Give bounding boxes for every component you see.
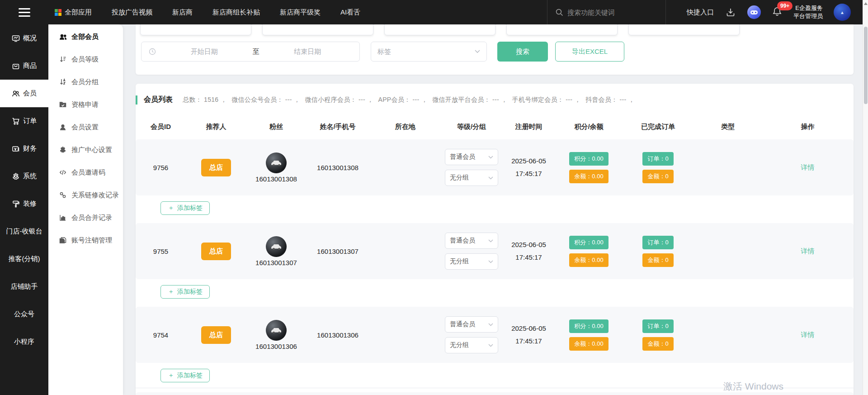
sidebar-item-7[interactable]: 门店-收银台	[0, 218, 48, 245]
stat-label: 抖音会员：	[585, 96, 618, 103]
quick-entry-button[interactable]: 快捷入口	[687, 8, 714, 17]
top-menu-item[interactable]: 新店商	[172, 8, 193, 17]
column-header-7: 积分/余额	[556, 123, 622, 131]
add-tag-button[interactable]: ＋ 添加标签	[160, 369, 210, 382]
search-button[interactable]: 搜索	[497, 42, 548, 62]
referrer-cell: 总店	[186, 326, 246, 344]
member-avatar	[266, 320, 287, 341]
submenu-item-label: 会员等级	[71, 55, 99, 64]
goods-icon	[12, 62, 20, 70]
add-tag-button[interactable]: ＋ 添加标签	[160, 285, 210, 299]
submenu-item-9[interactable]: 账号注销管理	[48, 229, 123, 252]
submenu-item-3[interactable]: 资格申请	[48, 93, 123, 116]
filter-input-1[interactable]	[140, 24, 251, 35]
notifications-button[interactable]: 99+	[772, 6, 783, 19]
top-menu-item[interactable]: AI看舌	[340, 8, 360, 17]
register-time: 2025-06-0517:45:17	[502, 323, 556, 347]
sidebar-item-3[interactable]: 订单	[0, 107, 48, 135]
referrer-badge: 总店	[201, 243, 231, 260]
add-tag-label: 添加标签	[177, 288, 203, 296]
submenu-item-8[interactable]: 会员合并记录	[48, 206, 123, 229]
detail-link[interactable]: 详情	[801, 247, 815, 256]
all-apps-button[interactable]: 全部应用	[55, 8, 92, 17]
user-avatar[interactable]: ▲	[834, 4, 851, 21]
top-menu-item[interactable]: 新店商平级奖	[280, 8, 321, 17]
tag-select[interactable]: 标签	[371, 42, 487, 62]
referrer-badge: 总店	[201, 326, 231, 344]
submenu-item-label: 会员设置	[71, 123, 99, 132]
referrer-cell: 总店	[186, 159, 246, 176]
detail-link[interactable]: 详情	[801, 163, 815, 172]
submenu-item-6[interactable]: 会员邀请码	[48, 161, 123, 184]
users-icon	[59, 33, 66, 40]
page-scrollbar[interactable]	[863, 0, 868, 395]
add-tag-label: 添加标签	[177, 371, 203, 380]
sidebar-item-8[interactable]: 推客(分销)	[0, 245, 48, 273]
date-range-picker[interactable]: 开始日期 至 结束日期	[141, 42, 360, 62]
top-menu-item[interactable]: 新店商组长补贴	[212, 8, 260, 17]
column-header-8: 已完成订单	[622, 123, 694, 131]
amount-badge: 金额：0	[642, 170, 673, 183]
sidebar-item-2[interactable]: 会员	[0, 80, 48, 107]
column-header-2: 粉丝	[246, 123, 306, 131]
sidebar-item-0[interactable]: 概况	[0, 24, 48, 52]
member-stat-1: 微信公众号会员： --- ，	[231, 96, 300, 103]
submenu-item-4[interactable]: 会员设置	[48, 116, 123, 138]
group-select[interactable]: 无分组	[445, 170, 498, 186]
submenu-item-label: 关系链修改记录	[71, 191, 119, 200]
filter-input-2[interactable]	[262, 24, 373, 35]
orders-badge: 订单：0	[642, 319, 673, 333]
group-select[interactable]: 无分组	[445, 337, 498, 353]
member-stat-2: 微信小程序会员： --- ，	[305, 96, 373, 103]
sidebar-item-label: 商品	[23, 62, 37, 70]
tag-placeholder: 标签	[377, 48, 391, 56]
level-select[interactable]: 普通会员	[445, 233, 498, 249]
scrollbar-up-arrow[interactable]	[864, 2, 868, 5]
account-name: E企盈服务 平台管理员	[793, 4, 823, 20]
sidebar-item-label: 财务	[23, 144, 37, 153]
sidebar-item-11[interactable]: 小程序	[0, 328, 48, 356]
topbar-search	[547, 0, 666, 24]
level-select[interactable]: 普通会员	[445, 316, 498, 333]
topbar-right: 快捷入口 99+ E企盈服务 平台管理员 ▲	[687, 4, 863, 21]
member-avatar	[266, 236, 287, 257]
sidebar-item-5[interactable]: 系统	[0, 162, 48, 190]
clock-icon	[149, 48, 156, 55]
level-group-cell: 普通会员 无分组	[441, 233, 502, 270]
hamburger-menu-icon[interactable]	[0, 0, 48, 24]
member-stat-0: 总数： 1516 ，	[183, 96, 227, 103]
top-menu-item[interactable]: 投放广告视频	[112, 8, 152, 17]
submenu-item-7[interactable]: 关系链修改记录	[48, 184, 123, 206]
download-icon[interactable]	[725, 6, 736, 18]
search-input[interactable]	[567, 9, 649, 16]
fans-count: 16013001307	[255, 259, 297, 267]
sidebar-item-9[interactable]: 店铺助手	[0, 273, 48, 300]
column-header-0: 会员ID	[136, 123, 186, 131]
sidebar-item-1[interactable]: 商品	[0, 52, 48, 80]
sidebar-item-6[interactable]: 装修	[0, 190, 48, 218]
submenu-item-1[interactable]: 会员等级	[48, 48, 123, 71]
chevron-down-icon	[488, 260, 493, 263]
level-select[interactable]: 普通会员	[445, 149, 498, 165]
points-balance-cell: 积分：0.00 余额：0.00	[556, 152, 622, 183]
member-stat-6: 抖音会员： --- ，	[585, 96, 635, 103]
register-time: 2025-06-0517:45:17	[502, 239, 556, 263]
sidebar-item-4[interactable]: 财务	[0, 135, 48, 162]
submenu-item-2[interactable]: 会员分组	[48, 71, 123, 93]
filter-input-5[interactable]	[628, 24, 740, 35]
export-excel-button[interactable]: 导出EXCEL	[555, 42, 624, 62]
submenu-item-5[interactable]: 推广中心设置	[48, 138, 123, 161]
group-select[interactable]: 无分组	[445, 253, 498, 270]
ai-assistant-icon[interactable]	[747, 5, 761, 19]
stat-value: ---	[413, 96, 420, 103]
submenu-item-0[interactable]: 全部会员	[48, 25, 123, 48]
points-badge: 积分：0.00	[569, 152, 608, 166]
filter-input-3[interactable]	[384, 24, 495, 35]
member-stat-4: 微信开放平台会员： --- ，	[432, 96, 507, 103]
filter-input-4[interactable]	[506, 24, 618, 35]
add-tag-button[interactable]: ＋ 添加标签	[160, 201, 210, 215]
sidebar-item-10[interactable]: 公众号	[0, 300, 48, 328]
order-icon	[12, 117, 20, 125]
detail-link[interactable]: 详情	[801, 331, 815, 339]
scrollbar-thumb[interactable]	[864, 27, 868, 104]
